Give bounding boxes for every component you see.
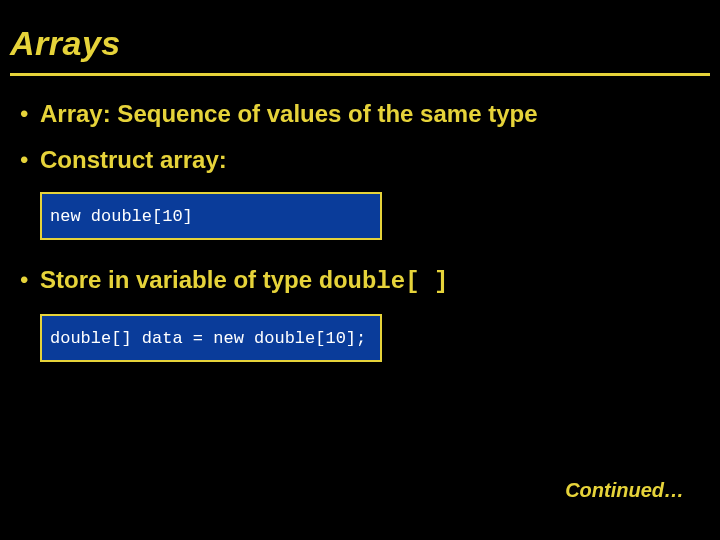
bullet-dot-icon: • — [16, 146, 40, 174]
bullet-item-2: • Construct array: — [16, 146, 704, 174]
continued-label: Continued… — [565, 479, 684, 502]
bullet-item-3: • Store in variable of type double[ ] — [16, 266, 704, 296]
bullet-item-1: • Array: Sequence of values of the same … — [16, 100, 704, 128]
slide-content: • Array: Sequence of values of the same … — [0, 76, 720, 362]
slide: Arrays • Array: Sequence of values of th… — [0, 0, 720, 540]
code-text-1: new double[10] — [50, 207, 193, 226]
bullet-text-3: Store in variable of type double[ ] — [40, 266, 704, 296]
code-block-1: new double[10] — [40, 192, 382, 240]
bullet-dot-icon: • — [16, 100, 40, 128]
bullet-text-3-code: double[ ] — [319, 268, 449, 295]
code-text-2: double[] data = new double[10]; — [50, 329, 366, 348]
slide-title: Arrays — [10, 24, 710, 63]
title-area: Arrays — [0, 0, 720, 69]
bullet-text-1: Array: Sequence of values of the same ty… — [40, 100, 704, 128]
bullet-dot-icon: • — [16, 266, 40, 294]
bullet-text-2: Construct array: — [40, 146, 704, 174]
code-block-2: double[] data = new double[10]; — [40, 314, 382, 362]
bullet-text-3-prefix: Store in variable of type — [40, 266, 319, 293]
